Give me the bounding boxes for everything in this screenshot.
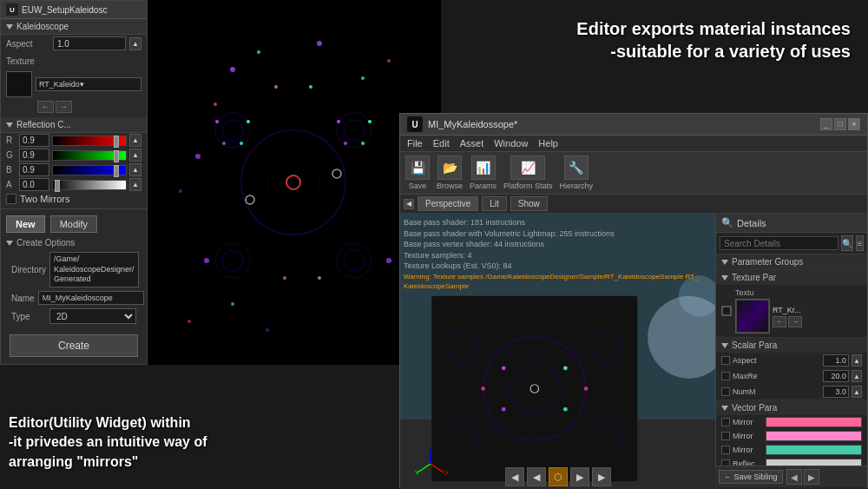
maxre-scalar-spin[interactable]: ▲: [852, 370, 862, 382]
texture-param-fwd-btn[interactable]: →: [788, 316, 802, 327]
a-input[interactable]: [19, 178, 49, 191]
perspective-btn[interactable]: Perspective: [418, 196, 478, 211]
aspect-scalar-input[interactable]: [823, 354, 849, 367]
mirror2-vector-row: Mirror: [716, 429, 867, 443]
texture-param-back-btn[interactable]: ←: [773, 316, 786, 327]
maxre-scalar-checkbox[interactable]: [721, 372, 730, 380]
texture-buttons: ← →: [1, 99, 147, 115]
param-groups-header[interactable]: Parameter Groups: [716, 254, 867, 269]
texture-fwd-btn[interactable]: →: [56, 101, 72, 113]
scalar-param-section: Scalar Para Aspect ▲ MaxRe ▲ NumM: [716, 338, 867, 400]
viewport-btn-5[interactable]: ▶: [592, 467, 611, 486]
extra-btn-2[interactable]: ▶: [804, 469, 819, 485]
params-toolbar-btn[interactable]: 📊 Params: [470, 155, 496, 190]
left-panel: U EUW_SetupKaleidosc Kaleidoscope Aspect…: [0, 0, 148, 365]
save-sibling-btn[interactable]: ← Save Sibling: [719, 470, 783, 484]
viewport-btn-4[interactable]: ▶: [570, 467, 589, 486]
kaleidoscope-section-header[interactable]: Kaleidoscope: [1, 19, 147, 35]
texture-param-thumb: [735, 299, 770, 334]
extra-btn-1[interactable]: ◀: [786, 469, 802, 485]
platform-stats-toolbar-btn[interactable]: 📈 Platform Stats: [503, 155, 553, 190]
viewport-btn-3[interactable]: ⬡: [549, 467, 568, 486]
maximize-btn[interactable]: □: [834, 118, 846, 130]
numm-scalar-spin[interactable]: ▲: [852, 386, 862, 398]
menu-window[interactable]: Window: [494, 138, 528, 149]
mirror1-label: Mirror: [733, 418, 763, 426]
a-row: A ▲: [1, 177, 147, 192]
aspect-label: Aspect: [6, 39, 49, 49]
g-input[interactable]: [19, 149, 49, 162]
texture-param-header[interactable]: Texture Par: [716, 270, 867, 285]
menu-help[interactable]: Help: [538, 138, 558, 149]
mirror2-color[interactable]: [766, 431, 862, 441]
mirror1-vector-row: Mirror: [716, 415, 867, 429]
aspect-input[interactable]: [53, 36, 126, 50]
ue-logo-small: U: [6, 3, 18, 16]
save-toolbar-btn[interactable]: 💾 Save: [405, 155, 430, 190]
lit-btn[interactable]: Lit: [482, 196, 507, 211]
numm-scalar-checkbox[interactable]: [721, 387, 730, 396]
mirror3-checkbox[interactable]: [721, 446, 730, 454]
aspect-scalar-spin[interactable]: ▲: [852, 354, 862, 367]
top-right-line2: -suitable for a variety of uses: [576, 40, 851, 63]
g-spin[interactable]: ▲: [129, 149, 141, 162]
g-slider[interactable]: [52, 150, 127, 161]
aspect-up-btn[interactable]: ▲: [129, 37, 141, 50]
create-button[interactable]: Create: [10, 334, 138, 357]
search-details-input[interactable]: [720, 236, 838, 250]
texture-back-btn[interactable]: ←: [37, 101, 54, 113]
name-input[interactable]: [38, 291, 144, 305]
svg-point-34: [337, 120, 340, 123]
filter-icon-btn[interactable]: ≡: [856, 235, 864, 251]
mirror3-color[interactable]: [766, 445, 862, 455]
r-input[interactable]: [19, 134, 49, 147]
modify-button[interactable]: Modify: [50, 215, 97, 233]
hierarchy-toolbar-btn[interactable]: 🔧 Hierarchy: [560, 155, 594, 190]
texture-param-checkbox[interactable]: [721, 306, 732, 316]
mirror1-checkbox[interactable]: [721, 418, 730, 426]
a-slider[interactable]: [52, 180, 127, 190]
show-btn[interactable]: Show: [510, 196, 548, 211]
left-panel-title-bar: U EUW_SetupKaleidosc: [1, 1, 147, 19]
mirror2-checkbox[interactable]: [721, 432, 730, 440]
reflection-section-header[interactable]: Reflection C...: [1, 117, 147, 133]
b-input[interactable]: [19, 163, 49, 176]
r-spin[interactable]: ▲: [129, 134, 141, 147]
texture-name-input[interactable]: [36, 77, 141, 91]
viewport-btn-1[interactable]: ◀: [505, 467, 524, 486]
numm-scalar-input[interactable]: [823, 386, 849, 398]
save-sibling-area: ← Save Sibling ◀ ▶: [715, 466, 867, 487]
extra-btns: ◀ ▶: [786, 469, 819, 485]
status-line-1: Base pass shader: 181 instructions: [404, 217, 699, 228]
search-icon-btn[interactable]: 🔍: [841, 235, 853, 251]
svg-point-4: [257, 50, 260, 54]
aspect-scalar-checkbox[interactable]: [721, 356, 730, 365]
viewport-btn-2[interactable]: ◀: [527, 467, 546, 486]
top-right-text: Editor exports material instances -suita…: [576, 17, 851, 63]
vector-param-header[interactable]: Vector Para: [716, 400, 867, 415]
browse-toolbar-btn[interactable]: 📂 Browse: [437, 155, 463, 190]
menu-asset[interactable]: Asset: [460, 138, 484, 149]
mirror1-color[interactable]: [766, 417, 862, 427]
r-slider[interactable]: [52, 135, 127, 146]
svg-point-3: [230, 67, 235, 72]
svg-point-35: [368, 120, 372, 123]
svg-point-40: [283, 276, 286, 280]
b-slider[interactable]: [52, 165, 127, 175]
reflection-collapse-icon: [6, 122, 13, 128]
two-mirrors-checkbox[interactable]: [6, 194, 16, 204]
status-line-2: Base pass shader with Volumetric Lightma…: [404, 228, 699, 240]
maxre-scalar-input[interactable]: [823, 370, 849, 382]
close-btn[interactable]: ×: [848, 118, 860, 130]
menu-file[interactable]: File: [407, 138, 423, 149]
viewport-nav-btn[interactable]: ◀: [404, 199, 414, 209]
a-spin[interactable]: ▲: [129, 178, 141, 191]
new-button[interactable]: New: [6, 215, 45, 233]
minimize-btn[interactable]: _: [820, 118, 832, 130]
b-spin[interactable]: ▲: [129, 163, 141, 176]
scalar-param-header[interactable]: Scalar Para: [716, 338, 867, 353]
g-row: G ▲: [1, 148, 147, 162]
type-select[interactable]: 2D: [49, 308, 136, 324]
param-groups-triangle: [721, 260, 728, 265]
menu-edit[interactable]: Edit: [433, 138, 450, 149]
